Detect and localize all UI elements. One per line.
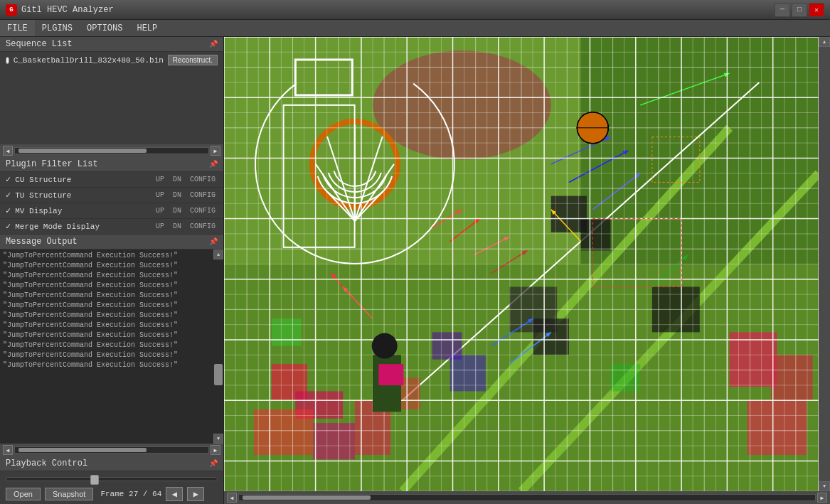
msg-line-9: "JumpToPercentCommand Execution Success!… [1, 341, 212, 350]
sequence-list-header: Sequence List 📌 [0, 37, 223, 52]
plugin-tu-dn[interactable]: DN [171, 191, 183, 199]
plugin-tu-up[interactable]: UP [154, 191, 166, 199]
plugin-cu-check[interactable]: ✓ [6, 174, 11, 185]
plugin-mv-config[interactable]: CONFIG [188, 207, 218, 215]
playback-pin[interactable]: 📌 [209, 459, 218, 468]
plugin-item-cu: ✓ CU Structure UP DN CONFIG [0, 172, 223, 188]
plugin-mv-name: MV Display [15, 207, 149, 215]
playback-slider-track[interactable] [6, 477, 218, 481]
video-vscrollbar: ▲ ▼ [819, 37, 830, 491]
left-panel: Sequence List 📌 C_BasketballDrill_832x48… [0, 37, 224, 504]
video-hscroll-thumb[interactable] [243, 495, 371, 500]
current-frame: 27 [129, 490, 138, 498]
message-hscrollbar: ◀ ▶ [0, 444, 223, 456]
sequence-hscrollbar: ◀ ▶ [0, 144, 223, 157]
plugin-mv-up[interactable]: UP [154, 207, 166, 215]
plugin-tu-check[interactable]: ✓ [6, 190, 11, 200]
menu-plugins[interactable]: PLGINS [35, 20, 80, 36]
msg-scroll-thumb[interactable] [214, 364, 223, 385]
video-scroll-left[interactable]: ◀ [227, 493, 237, 503]
msg-line-2: "JumpToPercentCommand Execution Success!… [1, 271, 212, 281]
message-content: "JumpToPercentCommand Execution Success!… [0, 250, 213, 444]
msg-line-7: "JumpToPercentCommand Execution Success!… [1, 321, 212, 331]
total-frames: 64 [152, 490, 161, 498]
close-button[interactable]: ✕ [809, 3, 824, 17]
video-scroll-right[interactable]: ▶ [817, 493, 827, 503]
playback-control-header: Playback Control 📌 [0, 456, 223, 471]
sequence-list: C_BasketballDrill_832x480_50.bin Reconst… [0, 52, 223, 144]
plugin-cu-up[interactable]: UP [154, 176, 166, 183]
plugin-item-merge: ✓ Merge Mode Display UP DN CONFIG [0, 219, 223, 235]
message-output-pin[interactable]: 📌 [209, 237, 218, 246]
sequence-list-pin[interactable]: 📌 [209, 40, 218, 48]
hscroll-track[interactable] [14, 147, 209, 154]
playback-control-section: Playback Control 📌 Open Snapshot Frame 2… [0, 456, 223, 504]
plugin-filter-section: Plugin Filter List 📌 ✓ CU Structure UP D… [0, 157, 223, 235]
video-hscroll-track[interactable] [238, 494, 816, 501]
message-vscrollbar: ▲ ▼ [213, 250, 223, 444]
main-layout: Sequence List 📌 C_BasketballDrill_832x48… [0, 37, 830, 504]
playback-control-title: Playback Control [6, 459, 87, 468]
msg-scroll-left[interactable]: ◀ [3, 445, 13, 455]
plugin-merge-check[interactable]: ✓ [6, 221, 11, 232]
plugin-tu-config[interactable]: CONFIG [188, 191, 218, 199]
right-layout: ▲ ▼ [224, 37, 830, 491]
msg-hscroll-thumb[interactable] [18, 448, 147, 452]
hscroll-thumb[interactable] [18, 149, 147, 153]
menu-file[interactable]: FILE [0, 20, 35, 36]
menu-help[interactable]: HELP [129, 20, 164, 36]
minimize-button[interactable]: ─ [775, 3, 790, 17]
plugin-merge-dn[interactable]: DN [171, 222, 183, 230]
msg-scroll-up[interactable]: ▲ [213, 250, 223, 259]
titlebar-left: G Gitl HEVC Analyzer [6, 4, 114, 16]
sequence-filename: C_BasketballDrill_832x480_50.bin [14, 56, 164, 65]
plugin-filter-pin[interactable]: 📌 [209, 160, 218, 168]
plugin-filter-header: Plugin Filter List 📌 [0, 157, 223, 172]
msg-line-5: "JumpToPercentCommand Execution Success!… [1, 301, 212, 311]
next-frame-button[interactable]: ▶ [187, 487, 204, 501]
video-scroll-up[interactable]: ▲ [819, 37, 830, 47]
playback-slider-thumb[interactable] [90, 475, 99, 485]
frame-label: Frame [100, 490, 124, 498]
msg-line-4: "JumpToPercentCommand Execution Success!… [1, 291, 212, 301]
sequence-radio[interactable] [6, 57, 9, 64]
video-canvas [224, 37, 819, 491]
video-area[interactable] [224, 37, 819, 491]
msg-line-1: "JumpToPercentCommand Execution Success!… [1, 261, 212, 271]
titlebar: G Gitl HEVC Analyzer ─ □ ✕ [0, 0, 830, 20]
plugin-mv-check[interactable]: ✓ [6, 205, 11, 216]
plugin-filter-title: Plugin Filter List [6, 159, 98, 169]
message-output-title: Message Output [6, 237, 78, 247]
scroll-right-arrow[interactable]: ▶ [211, 146, 220, 156]
plugin-mv-dn[interactable]: DN [171, 207, 183, 215]
snapshot-button[interactable]: Snapshot [45, 488, 93, 500]
message-content-area: "JumpToPercentCommand Execution Success!… [0, 250, 223, 444]
plugin-cu-dn[interactable]: DN [171, 176, 183, 183]
msg-scroll-down[interactable]: ▼ [213, 434, 223, 444]
msg-line-11: "JumpToPercentCommand Execution Success!… [1, 360, 212, 370]
scroll-left-arrow[interactable]: ◀ [3, 146, 13, 156]
video-scroll-down[interactable]: ▼ [819, 481, 830, 491]
msg-line-10: "JumpToPercentCommand Execution Success!… [1, 350, 212, 360]
msg-hscroll-track[interactable] [14, 446, 209, 454]
plugin-merge-up[interactable]: UP [154, 222, 166, 230]
msg-scroll-track[interactable] [213, 259, 223, 434]
prev-frame-button[interactable]: ◀ [166, 487, 183, 501]
plugin-tu-name: TU Structure [15, 191, 149, 200]
plugin-merge-config[interactable]: CONFIG [188, 222, 218, 230]
msg-line-8: "JumpToPercentCommand Execution Success!… [1, 331, 212, 341]
open-button[interactable]: Open [6, 488, 41, 500]
msg-line-6: "JumpToPercentCommand Execution Success!… [1, 311, 212, 321]
msg-line-0: "JumpToPercentCommand Execution Success!… [1, 251, 212, 261]
menu-options[interactable]: OPTIONS [80, 20, 129, 36]
plugin-item-mv: ✓ MV Display UP DN CONFIG [0, 203, 223, 219]
msg-scroll-right[interactable]: ▶ [211, 445, 220, 455]
playback-buttons: Open Snapshot Frame 27 / 64 ◀ ▶ [0, 484, 223, 504]
video-hscrollbar: ◀ ▶ [224, 491, 830, 504]
app-title: Gitl HEVC Analyzer [21, 5, 114, 15]
frame-info: Frame 27 / 64 [100, 490, 161, 498]
maximize-button[interactable]: □ [792, 3, 807, 17]
plugin-items-list: ✓ CU Structure UP DN CONFIG ✓ TU Structu… [0, 172, 223, 235]
reconstruct-button[interactable]: Reconstruct. [168, 55, 218, 65]
plugin-cu-config[interactable]: CONFIG [188, 176, 218, 183]
